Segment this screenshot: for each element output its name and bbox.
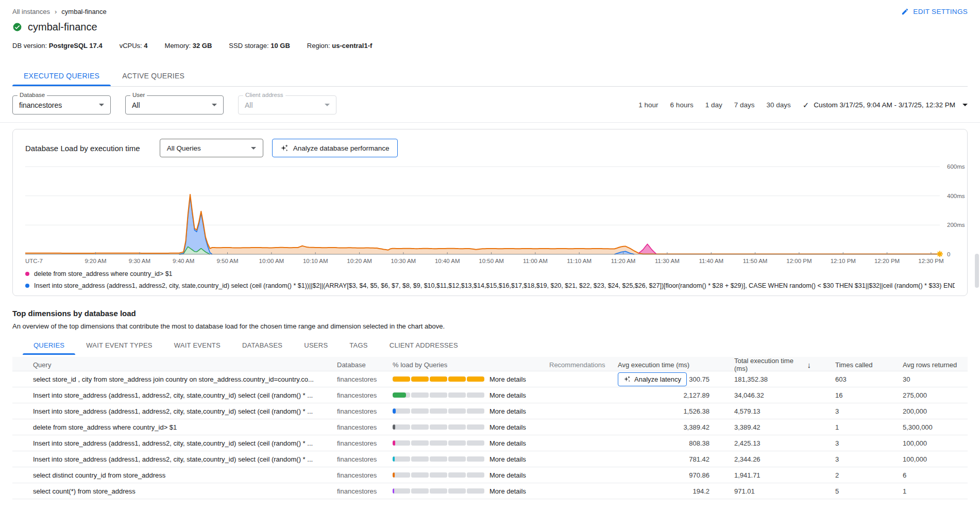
dimension-tab-databases[interactable]: DATABASES <box>231 338 293 355</box>
load-bar-segment <box>448 376 466 382</box>
more-details-link[interactable]: More details <box>489 439 526 447</box>
user-filter-select[interactable]: User All <box>125 95 224 114</box>
query-cell[interactable]: delete from store_address where country_… <box>12 423 337 431</box>
query-cell[interactable]: select distinct country_id from store_ad… <box>12 471 337 479</box>
column-header-load[interactable]: % load by Queries <box>393 361 549 369</box>
load-bar-segment <box>411 408 429 414</box>
load-bar <box>393 440 484 446</box>
tab-active-queries[interactable]: ACTIVE QUERIES <box>111 67 196 86</box>
query-cell[interactable]: Insert into store_address (address1, add… <box>12 391 337 399</box>
svg-text:11:40 AM: 11:40 AM <box>699 258 723 264</box>
query-cell[interactable]: Insert into store_address (address1, add… <box>12 455 337 463</box>
database-load-chart[interactable]: 0200ms400ms600msUTC-79:20 AM9:30 AM9:40 … <box>25 163 967 266</box>
total-execution-time-cell: 1,941.71 <box>711 471 811 479</box>
instance-specs: DB version: PostgreSQL 17.4 vCPUs: 4 Mem… <box>12 42 968 50</box>
query-cell[interactable]: Insert into store_address (address1, add… <box>12 439 337 447</box>
spec-memory: Memory: 32 GB <box>165 42 212 50</box>
more-details-link[interactable]: More details <box>489 487 526 495</box>
times-called-cell: 3 <box>811 407 878 415</box>
more-details-link[interactable]: More details <box>489 407 526 415</box>
load-bar-segment <box>393 424 410 430</box>
time-preset-30-days[interactable]: 30 days <box>766 101 790 109</box>
load-bar-segment <box>430 392 447 398</box>
divider <box>0 122 980 123</box>
svg-text:UTC-7: UTC-7 <box>25 258 43 264</box>
scrollbar-thumb[interactable] <box>975 254 979 288</box>
page-title: cymbal-finance <box>28 21 97 33</box>
svg-text:200ms: 200ms <box>947 222 965 228</box>
query-cell[interactable]: Insert into store_address (address1, add… <box>12 407 337 415</box>
sparkle-icon <box>623 375 631 383</box>
column-header-query[interactable]: Query <box>12 361 337 369</box>
dimension-tab-users[interactable]: USERS <box>293 338 339 355</box>
times-called-cell: 1 <box>811 423 878 431</box>
avg-rows-returned-cell: 275,000 <box>878 391 968 399</box>
load-bar-segment <box>430 472 447 478</box>
load-cell: More details <box>393 487 549 495</box>
legend-label: delete from store_address where country_… <box>34 270 173 277</box>
time-preset-1-day[interactable]: 1 day <box>705 101 722 109</box>
database-cell: financestores <box>337 423 393 431</box>
tab-executed-queries[interactable]: EXECUTED QUERIES <box>12 67 111 86</box>
load-bar-fill <box>467 376 484 382</box>
column-header-total-execution-time[interactable]: Total execution time (ms) ↓ <box>711 357 811 372</box>
times-called-cell: 3 <box>811 439 878 447</box>
avg-rows-returned-cell: 200,000 <box>878 407 968 415</box>
total-execution-time-cell: 971.01 <box>711 487 811 495</box>
column-header-recommendations[interactable]: Recommendations <box>549 361 618 369</box>
column-header-times-called[interactable]: Times called <box>811 361 878 369</box>
more-details-link[interactable]: More details <box>489 423 526 431</box>
svg-text:9:50 AM: 9:50 AM <box>216 258 238 264</box>
svg-text:9:30 AM: 9:30 AM <box>129 258 150 264</box>
edit-settings-button[interactable]: EDIT SETTINGS <box>901 8 968 15</box>
load-bar-segment <box>393 440 410 446</box>
svg-text:11:10 AM: 11:10 AM <box>567 258 592 264</box>
load-bar-segment <box>393 408 410 414</box>
database-load-card: Database Load by execution time All Quer… <box>12 129 968 296</box>
load-bar-fill <box>393 456 395 462</box>
total-execution-time-cell: 34,046.32 <box>711 391 811 399</box>
breadcrumb-all-instances[interactable]: All instances <box>12 8 50 15</box>
svg-text:10:40 AM: 10:40 AM <box>435 258 460 264</box>
analyze-latency-button[interactable]: Analyze latency <box>618 372 687 386</box>
load-bar-fill <box>430 376 447 382</box>
spec-ssd-storage: SSD storage: 10 GB <box>229 42 290 50</box>
avg-execution-time-value: 300.75 <box>689 375 709 383</box>
table-row: select count(*) from store_addressfinanc… <box>12 483 968 499</box>
time-preset-7-days[interactable]: 7 days <box>734 101 755 109</box>
time-preset-6-hours[interactable]: 6 hours <box>670 101 694 109</box>
dimension-tab-queries[interactable]: QUERIES <box>23 338 75 355</box>
database-filter-select[interactable]: Database financestores <box>12 95 111 114</box>
dimension-tab-client-addresses[interactable]: CLIENT ADDRESSES <box>379 338 469 355</box>
load-bar-segment <box>448 472 466 478</box>
dimension-tab-wait-events[interactable]: WAIT EVENTS <box>163 338 231 355</box>
column-header-database[interactable]: Database <box>337 361 393 369</box>
query-cell[interactable]: select count(*) from store_address <box>12 487 337 495</box>
column-header-avg-rows-returned[interactable]: Avg rows returned <box>878 361 968 369</box>
query-cell[interactable]: select store_id , city from store_addres… <box>12 375 337 383</box>
more-details-link[interactable]: More details <box>489 391 526 399</box>
analyze-database-performance-label: Analyze database performance <box>293 144 390 152</box>
client-address-filter-select: Client address All <box>238 95 336 114</box>
dimension-tab-tags[interactable]: TAGS <box>339 338 378 355</box>
dimension-tab-wait-event-types[interactable]: WAIT EVENT TYPES <box>75 338 163 355</box>
analyze-database-performance-button[interactable]: Analyze database performance <box>272 139 398 157</box>
custom-time-range-button[interactable]: ✓ Custom 3/17/25, 9:04 AM - 3/17/25, 12:… <box>803 101 968 110</box>
svg-text:11:30 AM: 11:30 AM <box>655 258 680 264</box>
load-bar-segment <box>393 456 410 462</box>
column-header-avg-execution-time[interactable]: Avg execution time (ms) <box>618 361 711 369</box>
svg-text:12:30 PM: 12:30 PM <box>918 258 943 264</box>
time-preset-1-hour[interactable]: 1 hour <box>638 101 658 109</box>
avg-rows-returned-cell: 30 <box>878 375 968 383</box>
more-details-link[interactable]: More details <box>489 471 526 479</box>
svg-text:12:00 PM: 12:00 PM <box>786 258 812 264</box>
more-details-link[interactable]: More details <box>489 375 526 383</box>
load-bar-segment <box>448 424 466 430</box>
avg-execution-time-value: 970.86 <box>689 471 709 479</box>
database-cell: financestores <box>337 487 393 495</box>
load-cell: More details <box>393 407 549 415</box>
load-cell: More details <box>393 375 549 383</box>
more-details-link[interactable]: More details <box>489 455 526 463</box>
query-dimension-select[interactable]: All Queries <box>160 139 263 157</box>
load-bar-segment <box>430 424 447 430</box>
